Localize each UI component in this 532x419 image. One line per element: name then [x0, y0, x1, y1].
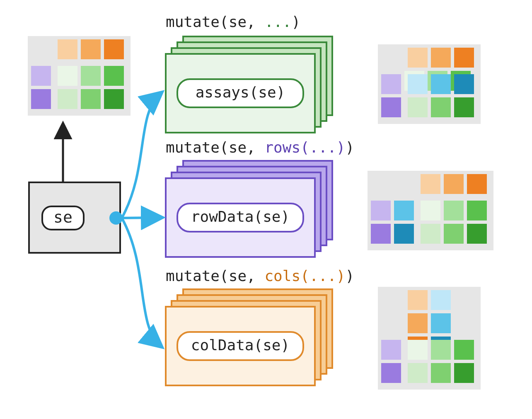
- svg-rect-8: [104, 66, 124, 86]
- code-line: mutate(se, cols(...)): [166, 267, 354, 284]
- svg-rect-61: [408, 313, 428, 333]
- svg-rect-2: [81, 39, 101, 59]
- junction-dot: [109, 211, 123, 225]
- svg-rect-7: [81, 66, 101, 86]
- rowData-card: rowData(se): [166, 161, 332, 257]
- svg-rect-49: [371, 201, 391, 220]
- assays-card-label: assays(se): [196, 84, 285, 101]
- svg-rect-57: [444, 224, 464, 244]
- svg-rect-63: [431, 290, 451, 310]
- svg-text:mutate(se, ...): mutate(se, ...): [166, 13, 300, 30]
- svg-rect-11: [104, 89, 124, 109]
- svg-rect-58: [467, 224, 487, 244]
- arrow-to-rowdata: [122, 218, 161, 218]
- svg-rect-5: [31, 89, 51, 109]
- svg-rect-6: [58, 66, 77, 86]
- svg-rect-50: [394, 201, 414, 220]
- rowData-card-label: rowData(se): [191, 208, 290, 225]
- svg-rect-54: [444, 201, 464, 220]
- svg-rect-69: [431, 340, 451, 360]
- svg-rect-3: [104, 39, 124, 59]
- svg-rect-68: [408, 340, 428, 360]
- svg-rect-67: [381, 363, 401, 383]
- svg-rect-66: [381, 340, 401, 360]
- se-glyph-original: [28, 36, 131, 116]
- svg-rect-47: [444, 174, 464, 194]
- svg-rect-39: [408, 74, 428, 94]
- svg-rect-42: [408, 97, 428, 117]
- assays-card: assays(se): [166, 36, 332, 133]
- svg-rect-36: [454, 48, 474, 68]
- svg-rect-73: [454, 363, 474, 383]
- svg-rect-48: [467, 174, 487, 194]
- svg-text:mutate(se, rows(...)): mutate(se, rows(...)): [166, 139, 354, 156]
- svg-rect-37: [381, 74, 401, 94]
- colData-card: colData(se): [166, 289, 332, 385]
- svg-rect-70: [454, 340, 474, 360]
- code-line: mutate(se, ...): [166, 13, 300, 30]
- svg-rect-72: [431, 363, 451, 383]
- code-line: mutate(se, rows(...)): [166, 139, 354, 156]
- svg-rect-40: [431, 74, 451, 94]
- result-glyph-cols: [378, 287, 481, 390]
- svg-rect-51: [371, 224, 391, 244]
- diagram-canvas: semutate(se, ...)assays(se)mutate(se, ro…: [0, 0, 532, 419]
- svg-rect-53: [421, 201, 440, 220]
- svg-rect-43: [431, 97, 451, 117]
- svg-rect-64: [431, 313, 451, 333]
- svg-rect-41: [454, 74, 474, 94]
- se-label: se: [53, 208, 73, 226]
- svg-rect-52: [394, 224, 414, 244]
- svg-rect-34: [408, 48, 428, 68]
- svg-rect-60: [408, 290, 428, 310]
- result-glyph-rows: [368, 171, 493, 250]
- svg-rect-10: [81, 89, 101, 109]
- arrow-to-coldata: [122, 218, 161, 346]
- svg-rect-56: [421, 224, 440, 244]
- svg-rect-55: [467, 201, 487, 220]
- svg-rect-35: [431, 48, 451, 68]
- svg-rect-38: [381, 97, 401, 117]
- svg-text:mutate(se, cols(...)): mutate(se, cols(...)): [166, 267, 354, 284]
- colData-card-label: colData(se): [191, 337, 290, 354]
- svg-rect-4: [31, 66, 51, 86]
- svg-rect-44: [454, 97, 474, 117]
- result-glyph-assays: [378, 44, 481, 124]
- svg-rect-1: [58, 39, 77, 59]
- svg-rect-46: [421, 174, 440, 194]
- svg-rect-9: [58, 89, 77, 109]
- svg-rect-71: [408, 363, 428, 383]
